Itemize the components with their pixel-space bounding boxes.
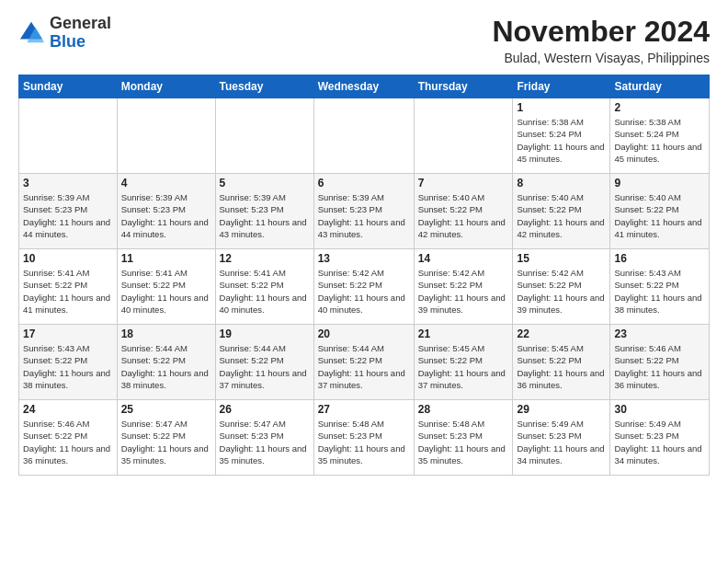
table-row: 11Sunrise: 5:41 AM Sunset: 5:22 PM Dayli… <box>117 249 215 325</box>
day-info: Sunrise: 5:47 AM Sunset: 5:23 PM Dayligh… <box>220 418 310 466</box>
day-number: 26 <box>220 403 310 416</box>
day-info: Sunrise: 5:38 AM Sunset: 5:24 PM Dayligh… <box>517 116 606 165</box>
header-thursday: Thursday <box>414 75 513 98</box>
logo: General Blue <box>18 15 111 52</box>
day-number: 17 <box>23 327 113 340</box>
logo-icon <box>18 20 44 46</box>
table-row: 8Sunrise: 5:40 AM Sunset: 5:22 PM Daylig… <box>513 174 610 249</box>
day-info: Sunrise: 5:45 AM Sunset: 5:22 PM Dayligh… <box>418 342 509 391</box>
table-row: 7Sunrise: 5:40 AM Sunset: 5:22 PM Daylig… <box>414 174 513 249</box>
table-row: 4Sunrise: 5:39 AM Sunset: 5:23 PM Daylig… <box>117 174 215 249</box>
table-row: 17Sunrise: 5:43 AM Sunset: 5:22 PM Dayli… <box>19 325 118 400</box>
day-number: 6 <box>318 177 410 190</box>
table-row <box>19 98 118 174</box>
day-number: 12 <box>220 252 310 265</box>
table-row: 22Sunrise: 5:45 AM Sunset: 5:22 PM Dayli… <box>513 325 610 400</box>
day-info: Sunrise: 5:42 AM Sunset: 5:22 PM Dayligh… <box>517 267 606 316</box>
day-number: 1 <box>517 101 606 114</box>
day-number: 16 <box>614 252 705 265</box>
day-number: 25 <box>121 403 211 416</box>
table-row <box>215 98 313 174</box>
table-row: 23Sunrise: 5:46 AM Sunset: 5:22 PM Dayli… <box>610 325 710 400</box>
logo-general-text: General <box>50 14 111 32</box>
table-row: 30Sunrise: 5:49 AM Sunset: 5:23 PM Dayli… <box>610 400 710 476</box>
day-info: Sunrise: 5:40 AM Sunset: 5:22 PM Dayligh… <box>418 191 509 240</box>
day-info: Sunrise: 5:40 AM Sunset: 5:22 PM Dayligh… <box>614 191 705 240</box>
table-row: 29Sunrise: 5:49 AM Sunset: 5:23 PM Dayli… <box>513 400 610 476</box>
location: Bulad, Western Visayas, Philippines <box>492 51 710 65</box>
day-info: Sunrise: 5:44 AM Sunset: 5:22 PM Dayligh… <box>121 342 211 391</box>
header-tuesday: Tuesday <box>215 75 313 98</box>
day-number: 2 <box>614 101 705 114</box>
table-row: 1Sunrise: 5:38 AM Sunset: 5:24 PM Daylig… <box>513 98 610 174</box>
weekday-header-row: Sunday Monday Tuesday Wednesday Thursday… <box>19 75 710 98</box>
day-info: Sunrise: 5:42 AM Sunset: 5:22 PM Dayligh… <box>418 267 509 316</box>
day-info: Sunrise: 5:44 AM Sunset: 5:22 PM Dayligh… <box>318 342 410 391</box>
table-row: 3Sunrise: 5:39 AM Sunset: 5:23 PM Daylig… <box>19 174 118 249</box>
table-row: 9Sunrise: 5:40 AM Sunset: 5:22 PM Daylig… <box>610 174 710 249</box>
day-number: 22 <box>517 327 606 340</box>
header-wednesday: Wednesday <box>313 75 414 98</box>
header-friday: Friday <box>513 75 610 98</box>
day-info: Sunrise: 5:43 AM Sunset: 5:22 PM Dayligh… <box>23 342 113 391</box>
table-row: 24Sunrise: 5:46 AM Sunset: 5:22 PM Dayli… <box>19 400 118 476</box>
table-row: 25Sunrise: 5:47 AM Sunset: 5:22 PM Dayli… <box>117 400 215 476</box>
calendar-week-row: 10Sunrise: 5:41 AM Sunset: 5:22 PM Dayli… <box>19 249 710 325</box>
day-info: Sunrise: 5:39 AM Sunset: 5:23 PM Dayligh… <box>23 191 113 240</box>
logo-blue-text: Blue <box>50 32 85 51</box>
table-row: 27Sunrise: 5:48 AM Sunset: 5:23 PM Dayli… <box>313 400 414 476</box>
table-row: 26Sunrise: 5:47 AM Sunset: 5:23 PM Dayli… <box>215 400 313 476</box>
day-info: Sunrise: 5:41 AM Sunset: 5:22 PM Dayligh… <box>121 267 211 316</box>
calendar-week-row: 3Sunrise: 5:39 AM Sunset: 5:23 PM Daylig… <box>19 174 710 249</box>
page: General Blue November 2024 Bulad, Wester… <box>0 0 728 485</box>
table-row: 10Sunrise: 5:41 AM Sunset: 5:22 PM Dayli… <box>19 249 118 325</box>
table-row <box>414 98 513 174</box>
day-number: 11 <box>121 252 211 265</box>
day-info: Sunrise: 5:44 AM Sunset: 5:22 PM Dayligh… <box>220 342 310 391</box>
day-number: 3 <box>23 177 113 190</box>
header-saturday: Saturday <box>610 75 710 98</box>
day-number: 18 <box>121 327 211 340</box>
day-info: Sunrise: 5:48 AM Sunset: 5:23 PM Dayligh… <box>418 418 509 466</box>
day-info: Sunrise: 5:45 AM Sunset: 5:22 PM Dayligh… <box>517 342 606 391</box>
day-number: 8 <box>517 177 606 190</box>
day-number: 10 <box>23 252 113 265</box>
header-sunday: Sunday <box>19 75 118 98</box>
day-number: 29 <box>517 403 606 416</box>
day-info: Sunrise: 5:49 AM Sunset: 5:23 PM Dayligh… <box>517 418 606 466</box>
day-number: 4 <box>121 177 211 190</box>
day-info: Sunrise: 5:48 AM Sunset: 5:23 PM Dayligh… <box>318 418 410 466</box>
day-number: 23 <box>614 327 705 340</box>
day-info: Sunrise: 5:39 AM Sunset: 5:23 PM Dayligh… <box>220 191 310 240</box>
table-row: 16Sunrise: 5:43 AM Sunset: 5:22 PM Dayli… <box>610 249 710 325</box>
day-number: 13 <box>318 252 410 265</box>
month-title: November 2024 <box>492 15 710 49</box>
day-number: 20 <box>318 327 410 340</box>
calendar-week-row: 17Sunrise: 5:43 AM Sunset: 5:22 PM Dayli… <box>19 325 710 400</box>
day-info: Sunrise: 5:46 AM Sunset: 5:22 PM Dayligh… <box>23 418 113 466</box>
day-number: 14 <box>418 252 509 265</box>
day-number: 19 <box>220 327 310 340</box>
day-number: 27 <box>318 403 410 416</box>
table-row: 5Sunrise: 5:39 AM Sunset: 5:23 PM Daylig… <box>215 174 313 249</box>
table-row: 2Sunrise: 5:38 AM Sunset: 5:24 PM Daylig… <box>610 98 710 174</box>
table-row: 14Sunrise: 5:42 AM Sunset: 5:22 PM Dayli… <box>414 249 513 325</box>
header: General Blue November 2024 Bulad, Wester… <box>18 15 710 65</box>
table-row: 20Sunrise: 5:44 AM Sunset: 5:22 PM Dayli… <box>313 325 414 400</box>
day-number: 9 <box>614 177 705 190</box>
table-row: 28Sunrise: 5:48 AM Sunset: 5:23 PM Dayli… <box>414 400 513 476</box>
day-number: 30 <box>614 403 705 416</box>
table-row <box>313 98 414 174</box>
day-info: Sunrise: 5:41 AM Sunset: 5:22 PM Dayligh… <box>23 267 113 316</box>
table-row: 12Sunrise: 5:41 AM Sunset: 5:22 PM Dayli… <box>215 249 313 325</box>
day-number: 28 <box>418 403 509 416</box>
table-row: 13Sunrise: 5:42 AM Sunset: 5:22 PM Dayli… <box>313 249 414 325</box>
day-info: Sunrise: 5:46 AM Sunset: 5:22 PM Dayligh… <box>614 342 705 391</box>
header-monday: Monday <box>117 75 215 98</box>
day-info: Sunrise: 5:39 AM Sunset: 5:23 PM Dayligh… <box>121 191 211 240</box>
day-info: Sunrise: 5:42 AM Sunset: 5:22 PM Dayligh… <box>318 267 410 316</box>
day-info: Sunrise: 5:49 AM Sunset: 5:23 PM Dayligh… <box>614 418 705 466</box>
day-info: Sunrise: 5:41 AM Sunset: 5:22 PM Dayligh… <box>220 267 310 316</box>
day-info: Sunrise: 5:47 AM Sunset: 5:22 PM Dayligh… <box>121 418 211 466</box>
calendar-week-row: 1Sunrise: 5:38 AM Sunset: 5:24 PM Daylig… <box>19 98 710 174</box>
